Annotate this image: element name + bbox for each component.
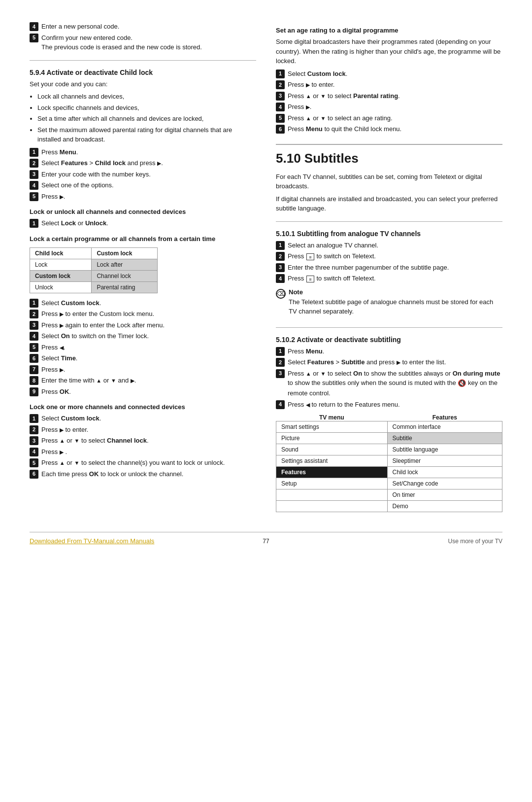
table-row: Picture Subtitle [276,433,502,444]
step-number: 4 [30,22,38,31]
teletext-icon: ≡ [306,253,314,260]
step-number: 9 [30,387,38,396]
step-item: 3 Press ▲ or ▼ to select Channel lock. [30,436,256,446]
step-text: Press ▲ or ▼ to select the channel(s) yo… [41,458,256,468]
step-item: 6 Press Menu to quit the Child lock menu… [276,124,502,134]
divider [276,221,502,222]
step-item: 6 Select Time. [30,353,256,363]
right-column: Set an age rating to a digital programme… [276,20,502,517]
table-cell: Smart settings [276,421,388,433]
step-number: 3 [30,321,38,330]
step-text: Press ▶ to enter. [41,425,256,435]
subtitles-para1: For each TV channel, subtitles can be se… [276,172,502,191]
step-text: Press ◀ to return to the Features menu. [288,400,502,410]
step-item: 3 Enter your code with the number keys. [30,170,256,179]
step-item: 6 Each time press OK to lock or unlock t… [30,469,256,479]
table-cell: Sleeptimer [387,455,502,467]
step-item: 4 Press ▶. [276,102,502,112]
table-cell: Settings assistant [276,455,388,467]
table-cell: Child lock [387,467,502,478]
table-row: Lock Lock after [30,259,158,270]
step-text: Press Menu. [288,347,502,356]
table-row: Unlock Parental rating [30,281,158,293]
step-text: Press ▶ to enter. [288,80,502,90]
step-item: 9 Press OK. [30,387,256,397]
step-number: 5 [30,343,38,352]
lock-table: Child lock Custom lock Lock Lock after C… [30,247,158,293]
step-item: 1 Select an analogue TV channel. [276,241,502,250]
table-row: Sound Subtitle language [276,444,502,455]
footer-right-text: Use more of your TV [448,538,502,545]
table-row: Custom lock Channel lock [30,270,158,281]
step-number: 3 [30,436,38,445]
subtitles-para2: If digital channels are installed and br… [276,194,502,213]
step-number: 2 [30,425,38,434]
step-number: 2 [276,80,285,89]
step-number: 5 [30,192,38,201]
step-number: 1 [30,148,38,157]
age-rating-intro: Some digital broadcasters have their pro… [276,37,502,66]
step-text: Press ▲ or ▼ to select Channel lock. [41,436,256,446]
footer-link[interactable]: Downloaded From TV-Manual.com Manuals [30,537,154,545]
steps-age: 1 Select Custom lock. 2 Press ▶ to enter… [276,69,502,134]
step-number: 2 [276,252,285,261]
step-number: 5 [30,458,38,467]
divider [30,60,256,61]
table-row: Features Child lock [276,467,502,478]
step-text: Select an analogue TV channel. [288,241,502,250]
features-table: TV menu Features Smart settings Common i… [276,414,502,512]
step-item: 4 Select one of the options. [30,180,256,190]
step-item: 5 Press ◀. [30,343,256,352]
note-icon: ⌫ [276,289,286,299]
table-header: Child lock [30,247,92,259]
step-text: Select On to switch on the Timer lock. [41,331,256,341]
table-header: Custom lock [92,247,158,259]
step-item: 5 Confirm your new entered code.The prev… [30,33,256,52]
table-row: Setup Set/Change code [276,478,502,489]
step-number: 4 [276,274,285,283]
page-number: 77 [263,538,269,545]
step-item: 8 Enter the time with ▲ or ▼ and ▶. [30,376,256,385]
table-cell: Common interface [387,421,502,433]
step-text: Press ▶. [288,102,502,112]
step-number: 5 [30,34,38,42]
step-item: 1 Select Custom lock. [30,298,256,308]
step-item: 5 Press ▲ or ▼ to select an age rating. [276,113,502,123]
table-row: On timer [276,489,502,501]
note-title: Note [289,288,502,296]
step-item: 1 Press Menu. [276,347,502,356]
step-item: 3 Press ▲ or ▼ to select Parental rating… [276,91,502,101]
age-rating-heading: Set an age rating to a digital programme [276,27,502,34]
step-text: Select Time. [41,353,256,363]
step-item: 4 Press ◀ to return to the Features menu… [276,400,502,410]
step-item: 4 Enter a new personal code. [30,22,256,32]
step-item: 3 Enter the three number pagenumber of t… [276,263,502,273]
step-number: 4 [30,181,38,190]
table-cell: Sound [276,444,388,455]
note-content: Note The Teletext subtitle page of analo… [289,288,502,319]
table-header: TV menu [276,414,388,421]
steps-subtitle: 1 Press Menu. 2 Select Features > Subtit… [276,347,502,410]
note-text: The Teletext subtitle page of analogue c… [289,297,502,316]
lock-certain-heading: Lock a certain programme or all channels… [30,235,256,243]
intro-text: Set your code and you can: [30,79,256,89]
step-item: 1 Select Custom lock. [30,414,256,423]
footer: Downloaded From TV-Manual.com Manuals 77… [30,532,502,545]
step-text: Confirm your new entered code.The previo… [41,33,256,52]
step-text: Press ▶ . [41,447,256,457]
table-cell: Unlock [30,281,92,293]
step-number: 1 [30,414,38,423]
step-item: 2 Press ▶ to enter the Custom lock menu. [30,309,256,319]
section-5102-heading: 5.10.2 Activate or deactivate subtitling [276,336,502,344]
step-number: 4 [30,448,38,456]
list-item: Set the maximum allowed parental rating … [37,125,256,144]
step-item: 4 Select On to switch on the Timer lock. [30,331,256,341]
step-text: Select one of the options. [41,180,256,190]
step-text: Press ▶. [41,365,256,375]
step-text: Press Menu to quit the Child lock menu. [288,124,502,134]
step-item: 7 Press ▶. [30,365,256,375]
section-5101-heading: 5.10.1 Subtitling from analogue TV chann… [276,230,502,238]
step-text: Press ◀. [41,343,256,352]
list-item: Set a time after which all channels and … [37,114,256,124]
step-text: Enter the three number pagenumber of the… [288,263,502,273]
